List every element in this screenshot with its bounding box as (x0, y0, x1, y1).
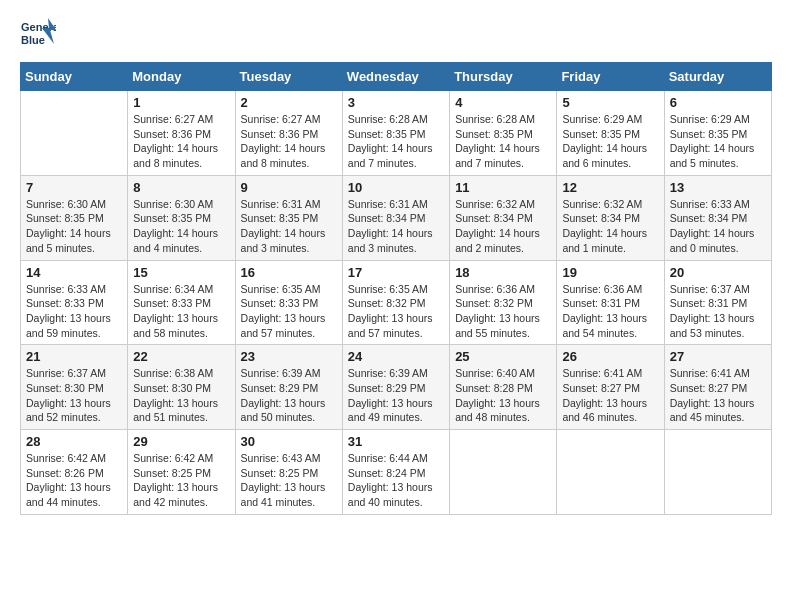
day-number: 4 (455, 95, 551, 110)
calendar-week-row: 21Sunrise: 6:37 AM Sunset: 8:30 PM Dayli… (21, 345, 772, 430)
calendar-cell: 6Sunrise: 6:29 AM Sunset: 8:35 PM Daylig… (664, 91, 771, 176)
day-number: 17 (348, 265, 444, 280)
day-info: Sunrise: 6:28 AM Sunset: 8:35 PM Dayligh… (455, 112, 551, 171)
day-info: Sunrise: 6:35 AM Sunset: 8:33 PM Dayligh… (241, 282, 337, 341)
logo: General Blue (20, 16, 56, 52)
calendar-cell: 25Sunrise: 6:40 AM Sunset: 8:28 PM Dayli… (450, 345, 557, 430)
day-number: 27 (670, 349, 766, 364)
day-number: 3 (348, 95, 444, 110)
day-info: Sunrise: 6:31 AM Sunset: 8:35 PM Dayligh… (241, 197, 337, 256)
day-info: Sunrise: 6:32 AM Sunset: 8:34 PM Dayligh… (562, 197, 658, 256)
day-number: 25 (455, 349, 551, 364)
page-header: General Blue (20, 16, 772, 52)
day-info: Sunrise: 6:29 AM Sunset: 8:35 PM Dayligh… (670, 112, 766, 171)
calendar-cell (21, 91, 128, 176)
weekday-header-sunday: Sunday (21, 63, 128, 91)
day-info: Sunrise: 6:29 AM Sunset: 8:35 PM Dayligh… (562, 112, 658, 171)
calendar-cell: 7Sunrise: 6:30 AM Sunset: 8:35 PM Daylig… (21, 175, 128, 260)
day-number: 16 (241, 265, 337, 280)
calendar-cell: 8Sunrise: 6:30 AM Sunset: 8:35 PM Daylig… (128, 175, 235, 260)
day-info: Sunrise: 6:41 AM Sunset: 8:27 PM Dayligh… (562, 366, 658, 425)
calendar-cell: 3Sunrise: 6:28 AM Sunset: 8:35 PM Daylig… (342, 91, 449, 176)
day-info: Sunrise: 6:33 AM Sunset: 8:33 PM Dayligh… (26, 282, 122, 341)
calendar-cell: 19Sunrise: 6:36 AM Sunset: 8:31 PM Dayli… (557, 260, 664, 345)
day-number: 21 (26, 349, 122, 364)
calendar-week-row: 1Sunrise: 6:27 AM Sunset: 8:36 PM Daylig… (21, 91, 772, 176)
calendar-cell: 4Sunrise: 6:28 AM Sunset: 8:35 PM Daylig… (450, 91, 557, 176)
day-info: Sunrise: 6:28 AM Sunset: 8:35 PM Dayligh… (348, 112, 444, 171)
calendar-cell: 10Sunrise: 6:31 AM Sunset: 8:34 PM Dayli… (342, 175, 449, 260)
day-number: 13 (670, 180, 766, 195)
day-info: Sunrise: 6:40 AM Sunset: 8:28 PM Dayligh… (455, 366, 551, 425)
calendar-week-row: 28Sunrise: 6:42 AM Sunset: 8:26 PM Dayli… (21, 430, 772, 515)
calendar-cell: 22Sunrise: 6:38 AM Sunset: 8:30 PM Dayli… (128, 345, 235, 430)
day-info: Sunrise: 6:27 AM Sunset: 8:36 PM Dayligh… (241, 112, 337, 171)
day-number: 6 (670, 95, 766, 110)
day-number: 20 (670, 265, 766, 280)
day-info: Sunrise: 6:35 AM Sunset: 8:32 PM Dayligh… (348, 282, 444, 341)
weekday-header-tuesday: Tuesday (235, 63, 342, 91)
calendar-cell: 26Sunrise: 6:41 AM Sunset: 8:27 PM Dayli… (557, 345, 664, 430)
day-number: 11 (455, 180, 551, 195)
calendar-cell: 13Sunrise: 6:33 AM Sunset: 8:34 PM Dayli… (664, 175, 771, 260)
day-number: 31 (348, 434, 444, 449)
day-info: Sunrise: 6:30 AM Sunset: 8:35 PM Dayligh… (26, 197, 122, 256)
day-number: 19 (562, 265, 658, 280)
weekday-header-friday: Friday (557, 63, 664, 91)
calendar-cell: 16Sunrise: 6:35 AM Sunset: 8:33 PM Dayli… (235, 260, 342, 345)
calendar-cell: 31Sunrise: 6:44 AM Sunset: 8:24 PM Dayli… (342, 430, 449, 515)
weekday-header-monday: Monday (128, 63, 235, 91)
calendar-header-row: SundayMondayTuesdayWednesdayThursdayFrid… (21, 63, 772, 91)
weekday-header-saturday: Saturday (664, 63, 771, 91)
calendar-cell: 29Sunrise: 6:42 AM Sunset: 8:25 PM Dayli… (128, 430, 235, 515)
calendar-cell: 24Sunrise: 6:39 AM Sunset: 8:29 PM Dayli… (342, 345, 449, 430)
day-number: 2 (241, 95, 337, 110)
weekday-header-thursday: Thursday (450, 63, 557, 91)
calendar-table: SundayMondayTuesdayWednesdayThursdayFrid… (20, 62, 772, 515)
day-info: Sunrise: 6:36 AM Sunset: 8:31 PM Dayligh… (562, 282, 658, 341)
day-info: Sunrise: 6:33 AM Sunset: 8:34 PM Dayligh… (670, 197, 766, 256)
calendar-cell: 12Sunrise: 6:32 AM Sunset: 8:34 PM Dayli… (557, 175, 664, 260)
day-number: 12 (562, 180, 658, 195)
calendar-cell: 18Sunrise: 6:36 AM Sunset: 8:32 PM Dayli… (450, 260, 557, 345)
calendar-week-row: 14Sunrise: 6:33 AM Sunset: 8:33 PM Dayli… (21, 260, 772, 345)
day-number: 1 (133, 95, 229, 110)
logo-svg: General Blue (20, 16, 56, 52)
day-number: 30 (241, 434, 337, 449)
day-number: 26 (562, 349, 658, 364)
day-info: Sunrise: 6:41 AM Sunset: 8:27 PM Dayligh… (670, 366, 766, 425)
calendar-cell: 14Sunrise: 6:33 AM Sunset: 8:33 PM Dayli… (21, 260, 128, 345)
calendar-cell (450, 430, 557, 515)
day-info: Sunrise: 6:39 AM Sunset: 8:29 PM Dayligh… (348, 366, 444, 425)
day-info: Sunrise: 6:44 AM Sunset: 8:24 PM Dayligh… (348, 451, 444, 510)
calendar-cell: 17Sunrise: 6:35 AM Sunset: 8:32 PM Dayli… (342, 260, 449, 345)
day-number: 8 (133, 180, 229, 195)
day-info: Sunrise: 6:37 AM Sunset: 8:30 PM Dayligh… (26, 366, 122, 425)
calendar-cell: 15Sunrise: 6:34 AM Sunset: 8:33 PM Dayli… (128, 260, 235, 345)
day-info: Sunrise: 6:38 AM Sunset: 8:30 PM Dayligh… (133, 366, 229, 425)
calendar-cell: 9Sunrise: 6:31 AM Sunset: 8:35 PM Daylig… (235, 175, 342, 260)
calendar-cell: 23Sunrise: 6:39 AM Sunset: 8:29 PM Dayli… (235, 345, 342, 430)
day-number: 15 (133, 265, 229, 280)
day-number: 7 (26, 180, 122, 195)
day-info: Sunrise: 6:42 AM Sunset: 8:26 PM Dayligh… (26, 451, 122, 510)
day-number: 22 (133, 349, 229, 364)
calendar-cell: 27Sunrise: 6:41 AM Sunset: 8:27 PM Dayli… (664, 345, 771, 430)
day-info: Sunrise: 6:32 AM Sunset: 8:34 PM Dayligh… (455, 197, 551, 256)
calendar-week-row: 7Sunrise: 6:30 AM Sunset: 8:35 PM Daylig… (21, 175, 772, 260)
calendar-cell: 28Sunrise: 6:42 AM Sunset: 8:26 PM Dayli… (21, 430, 128, 515)
day-info: Sunrise: 6:43 AM Sunset: 8:25 PM Dayligh… (241, 451, 337, 510)
calendar-cell: 21Sunrise: 6:37 AM Sunset: 8:30 PM Dayli… (21, 345, 128, 430)
day-info: Sunrise: 6:42 AM Sunset: 8:25 PM Dayligh… (133, 451, 229, 510)
day-number: 9 (241, 180, 337, 195)
day-number: 23 (241, 349, 337, 364)
calendar-cell: 1Sunrise: 6:27 AM Sunset: 8:36 PM Daylig… (128, 91, 235, 176)
day-info: Sunrise: 6:37 AM Sunset: 8:31 PM Dayligh… (670, 282, 766, 341)
day-number: 10 (348, 180, 444, 195)
calendar-cell: 5Sunrise: 6:29 AM Sunset: 8:35 PM Daylig… (557, 91, 664, 176)
day-number: 14 (26, 265, 122, 280)
day-info: Sunrise: 6:39 AM Sunset: 8:29 PM Dayligh… (241, 366, 337, 425)
calendar-cell (664, 430, 771, 515)
day-number: 18 (455, 265, 551, 280)
calendar-cell: 2Sunrise: 6:27 AM Sunset: 8:36 PM Daylig… (235, 91, 342, 176)
